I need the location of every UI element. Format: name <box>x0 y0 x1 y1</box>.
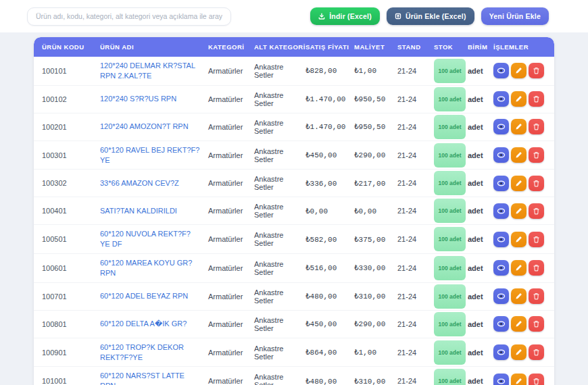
product-name-link[interactable]: 60*120 ADEL BEYAZ RPN <box>100 291 188 301</box>
view-button[interactable] <box>493 119 509 134</box>
stand-value: 21-24 <box>393 140 430 170</box>
stand-value: 21-24 <box>393 338 430 367</box>
cost-value: ₺310,00 <box>350 367 393 385</box>
edit-button[interactable] <box>511 203 526 219</box>
unit-value: adet <box>464 113 489 140</box>
delete-button[interactable] <box>529 147 544 163</box>
view-button[interactable] <box>493 316 509 332</box>
delete-button[interactable] <box>529 288 544 304</box>
product-subcategory: Ankastre Setler <box>250 113 301 140</box>
product-subcategory: Ankastre Setler <box>250 254 301 283</box>
product-subcategory: Ankastre Setler <box>250 197 301 225</box>
product-name-link[interactable]: 60*120 TROP?K DEKOR REKT?F?YE <box>100 342 200 363</box>
column-header: İŞLEMLER <box>489 37 554 57</box>
edit-button[interactable] <box>511 316 526 332</box>
product-name-link[interactable]: 60*120 DELTA A�IK GR? <box>100 319 187 329</box>
view-button[interactable] <box>493 344 509 360</box>
product-code: 100101 <box>34 57 96 85</box>
delete-button[interactable] <box>529 119 544 134</box>
delete-button[interactable] <box>529 232 544 247</box>
edit-button[interactable] <box>511 91 526 107</box>
delete-button[interactable] <box>529 91 544 107</box>
pencil-icon <box>515 151 522 159</box>
sale-price: ₺480,00 <box>301 367 350 385</box>
new-product-label: Yeni Ürün Ekle <box>489 12 541 20</box>
view-button[interactable] <box>493 176 509 191</box>
row-actions <box>493 119 550 134</box>
view-button[interactable] <box>493 203 509 219</box>
toolbar-buttons: İndir (Excel) Ürün Ekle (Excel) Yeni Ürü… <box>310 7 549 25</box>
stand-value: 21-24 <box>393 113 430 140</box>
view-button[interactable] <box>493 260 509 276</box>
product-category: Armatürler <box>204 170 250 197</box>
eye-icon <box>497 95 506 103</box>
view-button[interactable] <box>493 91 509 107</box>
search-input[interactable] <box>27 7 231 26</box>
product-name-link[interactable]: SATI?TAN KALDIRILDI <box>100 206 177 216</box>
stock-badge: 100 adet <box>434 87 466 111</box>
row-actions <box>493 91 550 107</box>
edit-button[interactable] <box>511 232 526 247</box>
product-category: Armatürler <box>204 140 250 170</box>
product-name-link[interactable]: 120*240 DELMAR KR?STAL RPN 2.KAL?TE <box>100 61 200 81</box>
edit-button[interactable] <box>511 63 526 78</box>
cost-value: ₺1,00 <box>350 57 393 85</box>
product-category: Armatürler <box>204 225 250 254</box>
row-actions <box>493 147 550 163</box>
table-row: 100801 60*120 DELTA A�IK GR? Armatürler … <box>34 310 554 338</box>
product-name-link[interactable]: 33*66 AMAZON CEV?Z <box>100 178 179 188</box>
product-category: Armatürler <box>204 338 250 367</box>
delete-button[interactable] <box>529 316 544 332</box>
column-header: BİRİM <box>464 37 489 57</box>
pencil-icon <box>515 207 522 215</box>
product-name-link[interactable]: 120*240 S?R?US RPN <box>100 94 176 104</box>
product-code: 100601 <box>34 254 96 283</box>
column-header: ÜRÜN ADI <box>96 37 204 57</box>
table-row: 100901 60*120 TROP?K DEKOR REKT?F?YE Arm… <box>34 338 554 367</box>
download-excel-button[interactable]: İndir (Excel) <box>310 7 380 25</box>
unit-value: adet <box>464 338 489 367</box>
table-row: 100101 120*240 DELMAR KR?STAL RPN 2.KAL?… <box>34 57 554 85</box>
delete-button[interactable] <box>529 176 544 191</box>
edit-button[interactable] <box>511 374 526 385</box>
edit-button[interactable] <box>511 176 526 191</box>
edit-button[interactable] <box>511 288 526 304</box>
stand-value: 21-24 <box>393 310 430 338</box>
delete-button[interactable] <box>529 203 544 219</box>
product-code: 100102 <box>34 85 96 113</box>
delete-button[interactable] <box>529 63 544 78</box>
cost-value: ₺310,00 <box>350 282 393 310</box>
delete-button[interactable] <box>529 260 544 276</box>
delete-button[interactable] <box>529 344 544 360</box>
edit-button[interactable] <box>511 260 526 276</box>
table-row: 100601 60*120 MAREA KOYU GR? RPN Armatür… <box>34 254 554 283</box>
product-name-link[interactable]: 120*240 AMOZON?T RPN <box>100 122 189 132</box>
eye-icon <box>497 319 506 328</box>
product-name-link[interactable]: 60*120 NUVOLA REKT?F?YE DF <box>100 229 200 249</box>
table-row: 100501 60*120 NUVOLA REKT?F?YE DF Armatü… <box>34 225 554 254</box>
row-actions <box>493 232 550 247</box>
product-name-link[interactable]: 60*120 NARS?ST LATTE RPN <box>100 371 200 385</box>
view-button[interactable] <box>493 232 509 247</box>
trash-icon <box>533 207 540 215</box>
product-name-link[interactable]: 60*120 MAREA KOYU GR? RPN <box>100 258 200 278</box>
edit-button[interactable] <box>511 119 526 134</box>
new-product-button[interactable]: Yeni Ürün Ekle <box>481 7 549 25</box>
trash-icon <box>533 264 540 272</box>
view-button[interactable] <box>493 374 509 385</box>
row-actions <box>493 176 550 191</box>
delete-button[interactable] <box>529 374 544 385</box>
edit-button[interactable] <box>511 147 526 163</box>
product-category: Armatürler <box>204 367 250 385</box>
add-product-excel-button[interactable]: Ürün Ekle (Excel) <box>387 7 474 25</box>
trash-icon <box>533 180 540 187</box>
edit-button[interactable] <box>511 344 526 360</box>
product-name-link[interactable]: 60*120 RAVEL BEJ REKT?F?YE <box>100 145 200 165</box>
stock-badge: 100 adet <box>434 227 466 251</box>
view-button[interactable] <box>493 63 509 78</box>
unit-value: adet <box>464 282 489 310</box>
product-code: 100501 <box>34 225 96 254</box>
view-button[interactable] <box>493 288 509 304</box>
view-button[interactable] <box>493 147 509 163</box>
cost-value: ₺330,00 <box>350 254 393 283</box>
